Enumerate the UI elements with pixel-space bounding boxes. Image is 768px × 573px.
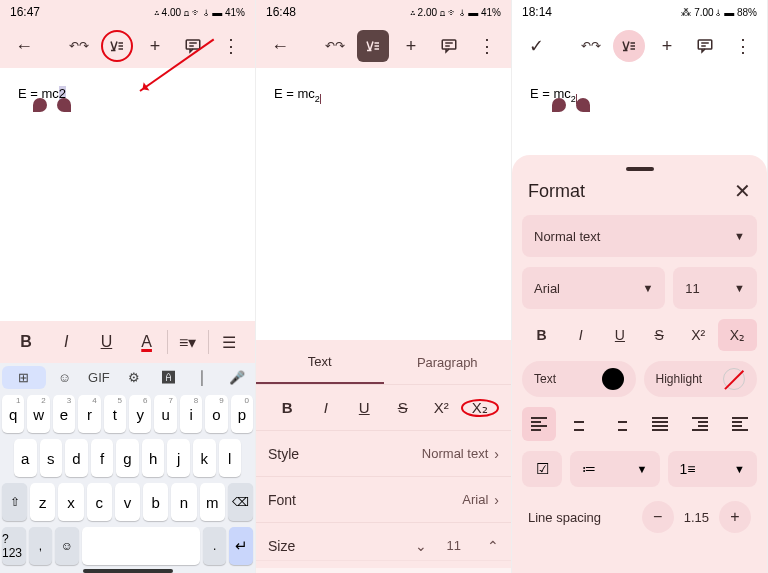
key-c[interactable]: c [87,483,112,521]
tab-text[interactable]: Text [256,340,384,384]
key-j[interactable]: j [167,439,190,477]
document-body[interactable]: E = mc2 [0,68,255,119]
sticker-icon[interactable]: ☺ [49,370,81,385]
comment-icon[interactable] [433,30,465,62]
key-f[interactable]: f [91,439,114,477]
underline-button[interactable]: U [600,319,639,351]
key-u[interactable]: u7 [154,395,176,433]
nav-pill[interactable] [83,569,173,573]
italic-button[interactable]: I [46,333,86,351]
insert-button[interactable]: + [395,30,427,62]
bold-button[interactable]: B [522,319,561,351]
format-button[interactable] [101,30,133,62]
key-i[interactable]: i8 [180,395,202,433]
space-key[interactable] [82,527,200,565]
key-a[interactable]: a [14,439,37,477]
back-icon[interactable]: ← [264,30,296,62]
key-p[interactable]: p0 [231,395,253,433]
emoji-key[interactable]: ☺ [55,527,79,565]
italic-button[interactable]: I [307,399,346,416]
key-l[interactable]: l [219,439,242,477]
backspace-key[interactable]: ⌫ [228,483,253,521]
key-w[interactable]: w2 [27,395,49,433]
key-z[interactable]: z [30,483,55,521]
text-color-button[interactable]: Text [522,361,636,397]
numbered-list-dropdown[interactable]: 1≡▼ [668,451,758,487]
bold-button[interactable]: B [6,333,46,351]
document-body[interactable]: E = mc2 [256,68,511,122]
more-icon[interactable]: ⋮ [215,30,247,62]
mic-icon[interactable]: 🎤 [221,370,253,385]
key-v[interactable]: v [115,483,140,521]
key-b[interactable]: b [143,483,168,521]
grid-icon[interactable]: ⊞ [2,366,46,389]
underline-button[interactable]: U [345,399,384,416]
subscript-button[interactable]: X₂ [461,399,500,417]
key-t[interactable]: t5 [104,395,126,433]
comma-key[interactable]: , [29,527,53,565]
bold-button[interactable]: B [268,399,307,416]
selection-handle-right[interactable] [57,98,71,112]
format-button[interactable] [613,30,645,62]
numbers-key[interactable]: ?123 [2,527,26,565]
selection-handle-left[interactable] [33,98,47,112]
key-x[interactable]: x [58,483,83,521]
enter-key[interactable]: ↵ [229,527,253,565]
key-s[interactable]: s [40,439,63,477]
increase-icon[interactable]: ⌃ [487,538,499,554]
selection-handle-left[interactable] [552,98,566,112]
insert-button[interactable]: + [651,30,683,62]
checklist-button[interactable]: ☑ [522,451,562,487]
sheet-grab-handle[interactable] [626,167,654,171]
selection-handle-right[interactable] [576,98,590,112]
done-icon[interactable]: ✓ [520,30,552,62]
key-r[interactable]: r4 [78,395,100,433]
undo-redo-icon[interactable]: ↶↷ [63,30,95,62]
back-icon[interactable]: ← [8,30,40,62]
underline-button[interactable]: U [86,333,126,351]
strike-button[interactable]: S [640,319,679,351]
align-right-button[interactable] [602,407,636,441]
italic-button[interactable]: I [561,319,600,351]
settings-icon[interactable]: ⚙ [118,370,150,385]
key-m[interactable]: m [200,483,225,521]
gif-button[interactable]: GIF [83,370,115,385]
key-k[interactable]: k [193,439,216,477]
key-d[interactable]: d [65,439,88,477]
highlight-color-button[interactable]: Highlight [644,361,758,397]
comment-icon[interactable] [689,30,721,62]
bullet-list-button[interactable]: ☰ [209,333,249,352]
shift-key[interactable]: ⇧ [2,483,27,521]
bullet-list-dropdown[interactable]: ≔▼ [570,451,660,487]
more-icon[interactable]: ⋮ [727,30,759,62]
decrease-icon[interactable]: ⌄ [415,538,427,554]
key-y[interactable]: y6 [129,395,151,433]
text-colour-row[interactable]: Text colour [256,560,511,573]
superscript-button[interactable]: X² [679,319,718,351]
key-o[interactable]: o9 [205,395,227,433]
font-dropdown[interactable]: Arial ▼ [522,267,665,309]
indent-decrease-button[interactable] [683,407,717,441]
font-row[interactable]: Font Arial › [256,476,511,522]
tab-paragraph[interactable]: Paragraph [384,340,512,384]
align-justify-button[interactable] [643,407,677,441]
key-n[interactable]: n [171,483,196,521]
key-q[interactable]: q1 [2,395,24,433]
more-icon[interactable]: ⋮ [471,30,503,62]
period-key[interactable]: . [203,527,227,565]
style-row[interactable]: Style Normal text › [256,430,511,476]
close-icon[interactable]: ✕ [734,179,751,203]
spacing-increase-button[interactable]: + [719,501,751,533]
indent-increase-button[interactable] [723,407,757,441]
insert-button[interactable]: + [139,30,171,62]
align-left-button[interactable] [522,407,556,441]
spacing-decrease-button[interactable]: − [642,501,674,533]
text-color-button[interactable]: A [127,333,167,351]
align-center-button[interactable] [562,407,596,441]
undo-redo-icon[interactable]: ↶↷ [575,30,607,62]
undo-redo-icon[interactable]: ↶↷ [319,30,351,62]
superscript-button[interactable]: X² [422,399,461,416]
format-button[interactable] [357,30,389,62]
align-button[interactable]: ≡▾ [168,333,208,352]
document-body[interactable]: E = mc2 [512,68,767,122]
